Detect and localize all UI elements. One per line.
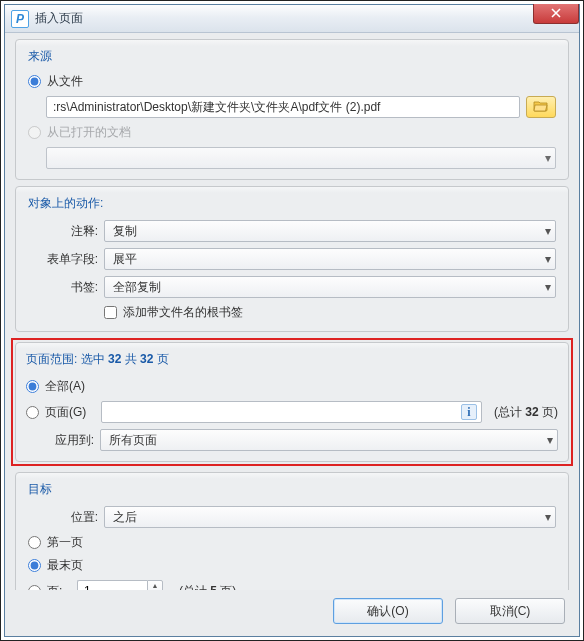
radio-from-file[interactable] [28, 75, 41, 88]
group-actions: 对象上的动作: 注释: 复制 ▾ 表单字段: 展平 ▾ 书签: 全部复制 [15, 186, 569, 332]
radio-specific-page[interactable] [28, 585, 41, 591]
file-path-input[interactable] [46, 96, 520, 118]
button-bar: 确认(O) 取消(C) [5, 590, 579, 636]
dialog-window: P 插入页面 来源 从文件 [4, 4, 580, 637]
app-icon: P [11, 10, 29, 28]
radio-all-pages[interactable] [26, 380, 39, 393]
radio-pages[interactable] [26, 406, 39, 419]
form-fields-label: 表单字段: [28, 251, 98, 268]
root-bookmark-label: 添加带文件名的根书签 [123, 304, 243, 321]
bookmarks-select[interactable]: 全部复制 ▾ [104, 276, 556, 298]
group-actions-legend: 对象上的动作: [28, 195, 556, 212]
annotations-label: 注释: [28, 223, 98, 240]
ok-button-label: 确认(O) [367, 603, 408, 620]
group-target-legend: 目标 [28, 481, 556, 498]
radio-first-page-label: 第一页 [47, 534, 83, 551]
bookmarks-select-value: 全部复制 [113, 279, 161, 296]
position-label: 位置: [28, 509, 98, 526]
apply-to-select-value: 所有页面 [109, 432, 157, 449]
position-select[interactable]: 之后 ▾ [104, 506, 556, 528]
close-button[interactable] [533, 4, 579, 24]
range-of-word: 共 [121, 352, 140, 366]
group-page-range-legend: 页面范围: 选中 32 共 32 页 [26, 351, 558, 368]
chevron-down-icon: ▾ [545, 151, 551, 165]
radio-specific-page-label: 页: [47, 583, 71, 591]
form-fields-select[interactable]: 展平 ▾ [104, 248, 556, 270]
radio-first-page[interactable] [28, 536, 41, 549]
range-legend-prefix: 页面范围: 选中 [26, 352, 108, 366]
cancel-button[interactable]: 取消(C) [455, 598, 565, 624]
range-total-count: 32 [140, 352, 153, 366]
group-source-legend: 来源 [28, 48, 556, 65]
highlight-box: 页面范围: 选中 32 共 32 页 全部(A) 页面(G) i (总计 32 … [11, 338, 573, 466]
radio-last-page-label: 最末页 [47, 557, 83, 574]
radio-last-page[interactable] [28, 559, 41, 572]
annotations-select[interactable]: 复制 ▾ [104, 220, 556, 242]
page-spinner: ▲ ▼ [77, 580, 163, 590]
apply-to-select[interactable]: 所有页面 ▾ [100, 429, 558, 451]
group-source: 来源 从文件 从已打开的文档 ▾ [15, 39, 569, 180]
root-bookmark-checkbox[interactable] [104, 306, 117, 319]
page-spinner-input[interactable] [77, 580, 147, 590]
range-selected-count: 32 [108, 352, 121, 366]
group-target: 目标 位置: 之后 ▾ 第一页 最末页 页: [15, 472, 569, 590]
ok-button[interactable]: 确认(O) [333, 598, 443, 624]
radio-from-file-label: 从文件 [47, 73, 83, 90]
target-total-text: (总计 5 页) [179, 583, 236, 591]
chevron-down-icon: ▾ [545, 224, 551, 238]
form-fields-select-value: 展平 [113, 251, 137, 268]
position-select-value: 之后 [113, 509, 137, 526]
range-page-word: 页 [153, 352, 168, 366]
spinner-up[interactable]: ▲ [148, 581, 162, 590]
chevron-down-icon: ▾ [545, 252, 551, 266]
info-icon[interactable]: i [461, 404, 477, 420]
open-docs-select[interactable]: ▾ [46, 147, 556, 169]
radio-all-pages-label: 全部(A) [45, 378, 85, 395]
apply-to-label: 应用到: [26, 432, 94, 449]
browse-button[interactable] [526, 96, 556, 118]
folder-open-icon [533, 100, 549, 115]
bookmarks-label: 书签: [28, 279, 98, 296]
cancel-button-label: 取消(C) [490, 603, 531, 620]
chevron-down-icon: ▾ [545, 280, 551, 294]
pages-total-text: (总计 32 页) [494, 404, 558, 421]
window-title: 插入页面 [35, 10, 83, 27]
radio-from-open-docs [28, 126, 41, 139]
title-bar: P 插入页面 [5, 5, 579, 33]
chevron-down-icon: ▾ [545, 510, 551, 524]
close-icon [551, 7, 561, 21]
radio-pages-label: 页面(G) [45, 404, 95, 421]
annotations-select-value: 复制 [113, 223, 137, 240]
chevron-down-icon: ▾ [547, 433, 553, 447]
pages-input[interactable] [101, 401, 482, 423]
radio-from-open-docs-label: 从已打开的文档 [47, 124, 131, 141]
group-page-range: 页面范围: 选中 32 共 32 页 全部(A) 页面(G) i (总计 32 … [15, 342, 569, 462]
